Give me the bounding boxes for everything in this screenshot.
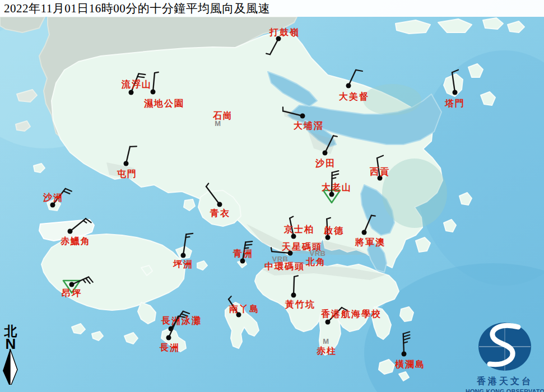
station-label: 濕地公園 (143, 99, 184, 109)
station-marker: 中環碼頭 (264, 262, 305, 272)
station-dot (291, 234, 296, 239)
station-label: 將軍澳 (355, 237, 385, 247)
station-dot (124, 161, 129, 166)
station-dot (217, 202, 222, 207)
station-dot (402, 352, 407, 357)
station-label: 大老山 (322, 183, 352, 192)
wind-barb-tick (186, 237, 190, 237)
logo-title-chinese: 香港天文台 (466, 376, 544, 388)
station-dot (329, 192, 334, 197)
station-label: 塔門 (444, 99, 465, 108)
station-label: 中環碼頭 (264, 262, 305, 272)
station-label: 沙田 (315, 158, 336, 168)
wind-barb-staff (294, 277, 294, 295)
station-label: 橫瀾島 (394, 360, 425, 369)
station-label: 赤鱲角 (60, 236, 91, 246)
station-dot (166, 335, 171, 340)
station-label: 黃竹坑 (285, 300, 315, 309)
station-label: 赤柱 (316, 346, 337, 356)
station-label: 打鼓嶺 (269, 27, 300, 37)
wind-barb-tick (266, 54, 270, 55)
hong-kong-map: 打鼓嶺流浮山濕地公園大美督塔門石崗M大埔滘沙田西貢屯門沙洲大老山青衣京士柏啟德將… (0, 0, 544, 392)
station-dot (240, 259, 245, 264)
station-dot (151, 90, 156, 95)
terrain-tint (382, 158, 447, 228)
station-label: 長洲 (159, 343, 180, 352)
missing-data-indicator: M (215, 119, 221, 128)
station-label: 啟德 (323, 226, 344, 235)
hko-logo: 香港天文台 HONG KONG OBSERVATORY (466, 321, 544, 392)
wind-barb-tick (186, 234, 193, 234)
station-label: 昂坪 (62, 288, 82, 298)
station-label: 西貢 (369, 167, 390, 177)
wind-barb-tick (137, 77, 144, 77)
station-label: 大美督 (339, 91, 369, 101)
wind-barb-tick (138, 74, 145, 74)
variable-wind-indicator: VRB (310, 249, 326, 258)
wind-map-screenshot: 打鼓嶺流浮山濕地公園大美督塔門石崗M大埔滘沙田西貢屯門沙洲大老山青衣京士柏啟德將… (0, 0, 544, 392)
station-dot (326, 235, 331, 240)
station-dot (69, 282, 75, 287)
station-dot (346, 83, 351, 88)
coastline-shape (400, 307, 413, 321)
station-label: 大埔滘 (294, 120, 324, 130)
terrain-tint (363, 84, 421, 115)
north-arrow-icon (2, 349, 19, 385)
wind-barb-tick (245, 245, 252, 245)
station-dot (453, 90, 458, 95)
station-label: 流浮山 (121, 79, 152, 89)
station-label: 京士柏 (283, 224, 314, 234)
wind-barb-tick (294, 276, 298, 277)
station-dot (68, 229, 73, 234)
wind-barb-tick (155, 72, 159, 73)
missing-data-indicator: M (323, 337, 329, 346)
title-bar: 2022年11月01日16時00分的十分鐘平均風向及風速 (0, 0, 544, 17)
station-dot (291, 293, 296, 298)
station-label: 屯門 (117, 169, 137, 179)
station-label: 青洲 (233, 249, 253, 258)
station-label: 香港航海學校 (320, 309, 382, 319)
station-dot (300, 114, 305, 119)
logo-title-english: HONG KONG OBSERVATORY (466, 388, 544, 392)
station-label: 青衣 (210, 208, 230, 218)
station-dot (326, 320, 331, 325)
station-dot (323, 151, 328, 156)
wind-barb-tick (271, 248, 272, 251)
station-dot (181, 253, 186, 258)
hko-logo-icon (466, 321, 544, 372)
station-label: 沙洲 (43, 193, 63, 202)
wind-barb-tick (333, 136, 337, 136)
wind-barb-tick (371, 216, 375, 216)
map-title: 2022年11月01日16時00分的十分鐘平均風向及風速 (0, 0, 544, 17)
station-label: 北角 (305, 257, 326, 267)
station-label: 南丫島 (229, 304, 259, 314)
wind-barb-tick (245, 241, 252, 242)
station-label: 坪洲 (173, 259, 193, 269)
north-arrow: 北 N (1, 325, 20, 387)
station-dot (50, 203, 55, 208)
station-dot (129, 90, 134, 95)
station-dot (362, 230, 367, 235)
